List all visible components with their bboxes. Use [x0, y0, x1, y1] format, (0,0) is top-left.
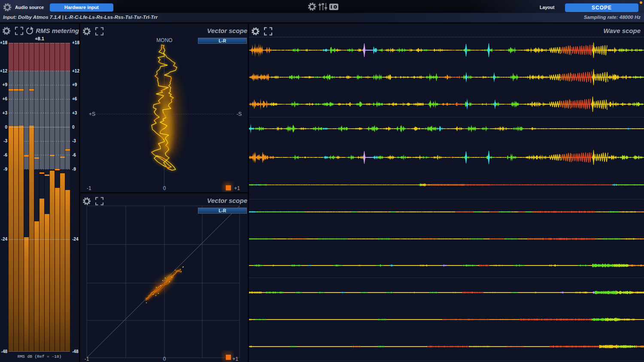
svg-text:MONO: MONO	[156, 37, 172, 43]
svg-text:+S: +S	[89, 111, 95, 117]
svg-text:+1: +1	[234, 185, 240, 191]
svg-text:-1: -1	[87, 185, 91, 191]
svg-text:-S: -S	[237, 111, 242, 117]
svg-text:0: 0	[163, 356, 166, 362]
svg-text:-1: -1	[85, 356, 89, 362]
svg-text:+1: +1	[232, 356, 238, 362]
svg-text:0: 0	[163, 185, 166, 191]
